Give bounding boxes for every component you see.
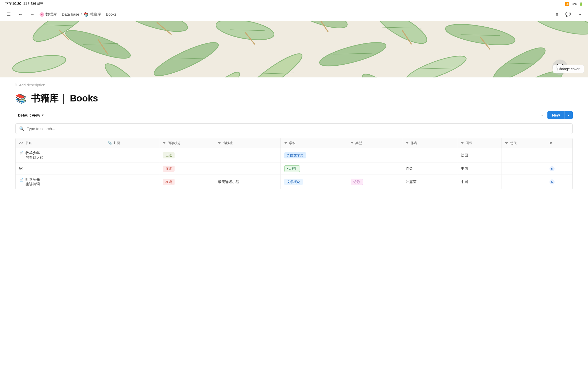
col-header-title[interactable]: Aa 书名: [16, 138, 104, 148]
menu-icon: ☰: [7, 11, 11, 17]
breadcrumb-icon-2: 📚: [83, 12, 89, 17]
table-row[interactable]: 📄 牧羊少年的奇幻之旅 已读 外国文学史 法国: [16, 148, 572, 163]
col-label-type: 类型: [355, 141, 362, 145]
search-icon: 🔍: [19, 126, 24, 131]
cell-author-2: 巴金: [402, 163, 457, 175]
col-header-publisher[interactable]: ❤ 出版社: [214, 138, 281, 148]
col-icon-subject: ❤: [284, 141, 287, 145]
doc-icon-1: 📄: [19, 151, 23, 155]
col-label-status: 阅读状态: [168, 141, 181, 145]
battery-level: 37%: [571, 2, 577, 6]
new-button-dropdown[interactable]: ▾: [565, 111, 573, 119]
cell-extra-1: [546, 148, 572, 163]
toolbar: Default view ▾ ··· New ▾: [15, 111, 573, 123]
cell-cover-1: [104, 148, 159, 163]
more-toolbar-button[interactable]: ···: [537, 111, 545, 119]
view-selector[interactable]: Default view ▾: [15, 111, 46, 119]
col-icon-dynasty: ❤: [505, 141, 508, 145]
col-header-type[interactable]: ❤ 类型: [347, 138, 402, 148]
more-options-button[interactable]: ···: [575, 10, 584, 19]
nav-bar-left: ☰ ← → 🌸 数据库｜ Data base / 📚 书籍库｜ Books: [4, 10, 549, 19]
page-title-icon: 📚: [15, 93, 27, 104]
breadcrumb-label-2: 书籍库｜ Books: [90, 12, 117, 17]
change-cover-button[interactable]: Change cover: [553, 65, 584, 73]
back-button[interactable]: ←: [16, 10, 25, 19]
status-tag-2: 在读: [163, 166, 175, 172]
cell-extra-3: 5: [546, 175, 572, 189]
cell-title-1[interactable]: 📄 牧羊少年的奇幻之旅: [16, 148, 104, 163]
col-icon-country: ❤: [461, 141, 464, 145]
col-label-title: 书名: [25, 141, 32, 145]
status-tag-1: 已读: [163, 152, 175, 158]
table-header: Aa 书名 📎 封面 ❤ 阅读状态 ❤ 出版社: [16, 138, 572, 148]
cell-author-3: 叶嘉莹: [402, 175, 457, 189]
menu-button[interactable]: ☰: [4, 10, 13, 19]
status-date: 11月3日周三: [23, 2, 43, 6]
type-tag-3: 诗歌: [351, 179, 363, 185]
breadcrumb-item-1[interactable]: 🌸 数据库｜ Data base: [39, 12, 79, 17]
title-text-2: 家: [19, 166, 23, 170]
col-icon-type: ❤: [351, 141, 353, 145]
breadcrumb-item-2[interactable]: 📚 书籍库｜ Books: [83, 12, 117, 17]
title-text-3: 叶嘉莹先生讲诗词: [26, 177, 40, 187]
breadcrumb-separator: /: [81, 12, 82, 17]
share-icon: ⬆: [555, 11, 559, 17]
doc-icon-3: 📄: [19, 178, 23, 182]
cell-country-2: 中国: [457, 163, 501, 175]
back-icon: ←: [18, 12, 23, 17]
col-icon-author: ❤: [406, 141, 409, 145]
status-bar-left: 下午10:30 11月3日周三: [5, 2, 43, 6]
col-label-publisher: 出版社: [223, 141, 233, 145]
breadcrumb-label-1: 数据库｜ Data base: [45, 12, 79, 17]
more-toolbar-icon: ···: [540, 113, 543, 117]
forward-button[interactable]: →: [28, 10, 37, 19]
col-label-author: 作者: [411, 141, 417, 145]
row-num-2: 5: [549, 166, 555, 171]
breadcrumb-icon-1: 🌸: [39, 12, 44, 17]
table-container: Aa 书名 📎 封面 ❤ 阅读状态 ❤ 出版社: [15, 138, 573, 189]
col-header-author[interactable]: ❤ 作者: [402, 138, 457, 148]
cell-status-2: 在读: [159, 163, 214, 175]
col-header-status[interactable]: ❤ 阅读状态: [159, 138, 214, 148]
col-icon-extra: ❤: [549, 141, 552, 145]
search-bar: 🔍: [15, 123, 573, 134]
cell-extra-2: 5: [546, 163, 572, 175]
status-bar-right: 📶 37% 🔋: [565, 2, 583, 6]
add-description-button[interactable]: ℹ Add description: [15, 77, 573, 90]
col-header-subject[interactable]: ❤ 学科: [281, 138, 347, 148]
page-title: 📚 书籍库｜ Books: [15, 90, 573, 111]
cover-area: 💬 Change cover: [0, 21, 588, 77]
col-header-extra[interactable]: ❤: [546, 138, 572, 148]
cell-type-3: 诗歌: [347, 175, 402, 189]
col-header-dynasty[interactable]: ❤ 朝代: [501, 138, 546, 148]
cell-title-3[interactable]: 📄 叶嘉莹先生讲诗词: [16, 175, 104, 189]
comment-button[interactable]: 💬: [564, 10, 573, 19]
cell-title-2[interactable]: 家: [16, 163, 104, 175]
table-row[interactable]: 📄 叶嘉莹先生讲诗词 在读 最美诵读小程 文学概论 诗歌: [16, 175, 572, 189]
col-header-cover[interactable]: 📎 封面: [104, 138, 159, 148]
page-content: ℹ Add description 📚 书籍库｜ Books Default v…: [0, 77, 588, 189]
row-num-3: 5: [549, 179, 555, 184]
breadcrumb: 🌸 数据库｜ Data base / 📚 书籍库｜ Books: [39, 12, 117, 17]
subject-tag-3: 文学概论: [284, 179, 303, 185]
cell-publisher-3: 最美诵读小程: [214, 175, 281, 189]
table-row[interactable]: 家 在读 心理学 巴金 中国 5: [16, 163, 572, 175]
cell-dynasty-3: [501, 175, 546, 189]
forward-icon: →: [30, 12, 34, 17]
search-input[interactable]: [27, 126, 569, 131]
new-button[interactable]: New: [547, 111, 565, 119]
col-icon-status: ❤: [163, 141, 166, 145]
battery-icon: 🔋: [579, 2, 583, 6]
subject-tag-1: 外国文学史: [284, 152, 306, 158]
toolbar-right: ··· New ▾: [537, 111, 573, 119]
table-body: 📄 牧羊少年的奇幻之旅 已读 外国文学史 法国: [16, 148, 572, 189]
info-icon: ℹ: [15, 83, 17, 87]
cover-pattern: 💬 Change cover: [0, 21, 588, 77]
share-button[interactable]: ⬆: [552, 10, 561, 19]
col-header-country[interactable]: ❤ 国籍: [457, 138, 501, 148]
cell-status-3: 在读: [159, 175, 214, 189]
cell-dynasty-1: [501, 148, 546, 163]
cell-type-2: [347, 163, 402, 175]
books-table: Aa 书名 📎 封面 ❤ 阅读状态 ❤ 出版社: [16, 138, 572, 189]
nav-bar: ☰ ← → 🌸 数据库｜ Data base / 📚 书籍库｜ Books ⬆ …: [0, 8, 588, 21]
